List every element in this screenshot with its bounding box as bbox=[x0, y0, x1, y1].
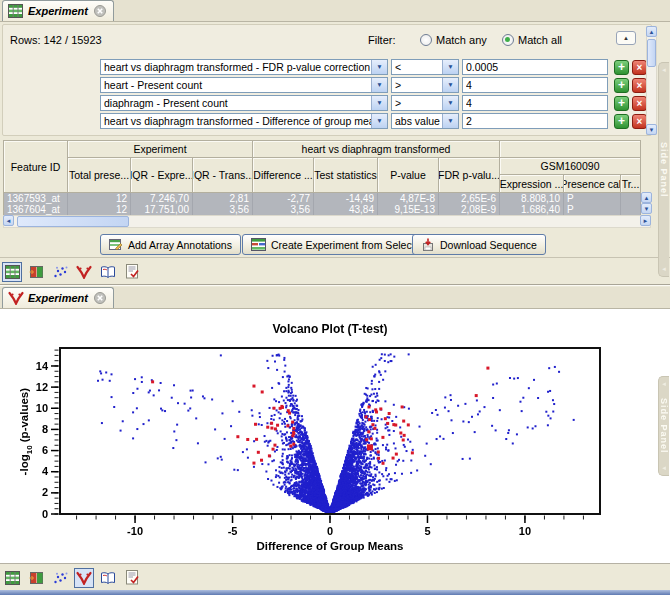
table-cell[interactable]: -2,77 bbox=[253, 193, 314, 204]
table-cell[interactable]: -14,49 bbox=[314, 193, 378, 204]
side-panel-tab[interactable]: ◄ Side Panel ◄ bbox=[658, 62, 669, 277]
column-header[interactable]: Presence call bbox=[564, 175, 621, 193]
filter-field-select[interactable]: diaphragm - Present count▼ bbox=[100, 95, 388, 111]
table-vscrollbar[interactable]: ▲ ▼ bbox=[641, 192, 652, 215]
table-cell[interactable]: 43,84 bbox=[314, 204, 378, 215]
table-cell[interactable]: 1367593_at bbox=[4, 193, 68, 204]
close-icon[interactable] bbox=[94, 292, 106, 304]
table-cell[interactable] bbox=[621, 204, 641, 215]
documentation-view-icon[interactable] bbox=[98, 568, 118, 588]
experiment-view-icon[interactable] bbox=[26, 568, 46, 588]
tab-label: Experiment bbox=[28, 292, 88, 304]
volcano-plot-canvas[interactable] bbox=[0, 309, 670, 563]
table-view-icon[interactable] bbox=[2, 262, 22, 282]
side-panel-tab[interactable]: ◄ Side Panel ◄ bbox=[658, 376, 669, 476]
volcano-view-icon[interactable] bbox=[74, 262, 94, 282]
filter-operator-select[interactable]: <▼ bbox=[391, 59, 459, 75]
add-filter-button[interactable]: + bbox=[614, 60, 629, 75]
filter-value-input[interactable] bbox=[462, 77, 608, 93]
table-cell[interactable]: 1.686,40 bbox=[500, 204, 564, 215]
column-header[interactable]: P-value bbox=[378, 158, 439, 193]
filter-value-input[interactable] bbox=[462, 59, 608, 75]
add-filter-button[interactable]: + bbox=[614, 96, 629, 111]
table-cell[interactable]: 2,08E-9 bbox=[439, 204, 500, 215]
dropdown-arrow-icon[interactable]: ▼ bbox=[442, 78, 458, 92]
scrollbar-up-icon[interactable]: ▲ bbox=[646, 26, 657, 37]
table-cell[interactable]: 7.246,70 bbox=[131, 193, 193, 204]
documentation-view-icon[interactable] bbox=[98, 262, 118, 282]
column-header[interactable]: Test statistics bbox=[314, 158, 378, 193]
table-cell[interactable]: 17.751,00 bbox=[131, 204, 193, 215]
dropdown-arrow-icon[interactable]: ▼ bbox=[371, 60, 387, 74]
table-cell[interactable]: 8.808,10 bbox=[500, 193, 564, 204]
filter-operator-select[interactable]: abs value >▼ bbox=[391, 113, 459, 129]
filter-operator-select[interactable]: >▼ bbox=[391, 95, 459, 111]
table-cell[interactable]: P bbox=[564, 204, 621, 215]
tab-experiment-volcano[interactable]: Experiment bbox=[2, 287, 114, 308]
table-cell[interactable]: 2,81 bbox=[193, 193, 253, 204]
tab-experiment-table[interactable]: Experiment bbox=[2, 0, 114, 21]
remove-filter-button[interactable]: × bbox=[632, 78, 647, 93]
dropdown-arrow-icon[interactable]: ▼ bbox=[371, 114, 387, 128]
remove-filter-button[interactable]: × bbox=[632, 96, 647, 111]
filter-field-select[interactable]: heart vs diaphragm transformed - FDR p-v… bbox=[100, 59, 388, 75]
column-header[interactable]: Tr... bbox=[621, 175, 641, 193]
column-header[interactable]: Difference ... bbox=[253, 158, 314, 193]
column-header[interactable]: FDR p-valu... bbox=[439, 158, 500, 193]
scrollbar-down-icon[interactable]: ▼ bbox=[646, 124, 657, 135]
scrollbar-right-icon[interactable]: ► bbox=[640, 215, 651, 226]
table-cell[interactable] bbox=[621, 193, 641, 204]
filter-operator-select[interactable]: >▼ bbox=[391, 77, 459, 93]
column-header[interactable]: IQR - Expre... bbox=[131, 158, 193, 193]
add-filter-button[interactable]: + bbox=[614, 78, 629, 93]
scatter-view-icon[interactable] bbox=[50, 262, 70, 282]
table-cell[interactable]: 3,56 bbox=[253, 204, 314, 215]
table-cell[interactable]: 4,87E-8 bbox=[378, 193, 439, 204]
rows-count-label: Rows: 142 / 15923 bbox=[10, 33, 102, 47]
match-any-radio[interactable] bbox=[420, 34, 432, 46]
scrollbar-up-icon[interactable]: ▲ bbox=[641, 192, 652, 203]
column-header[interactable]: IQR - Trans... bbox=[193, 158, 253, 193]
table-cell[interactable]: 12 bbox=[68, 204, 131, 215]
scrollbar-thumb[interactable] bbox=[17, 216, 129, 227]
table-hscrollbar[interactable]: ◄ ► bbox=[3, 215, 651, 228]
filter-field-select[interactable]: heart vs diaphragm transformed - Differe… bbox=[100, 113, 388, 129]
filter-value-input[interactable] bbox=[462, 95, 608, 111]
table-cell[interactable]: 12 bbox=[68, 193, 131, 204]
filter-value-input[interactable] bbox=[462, 113, 608, 129]
table-cell[interactable]: 3,56 bbox=[193, 204, 253, 215]
experiment-table[interactable]: Feature IDExperimentTotal prese...IQR - … bbox=[3, 140, 641, 216]
scatter-view-icon[interactable] bbox=[50, 568, 70, 588]
dropdown-arrow-icon[interactable]: ▼ bbox=[371, 96, 387, 110]
remove-filter-button[interactable]: × bbox=[632, 114, 647, 129]
report-view-icon[interactable] bbox=[122, 261, 142, 281]
dropdown-arrow-icon[interactable]: ▼ bbox=[442, 114, 458, 128]
create-experiment-from-selection-button[interactable]: Create Experiment from Selection bbox=[242, 234, 438, 255]
collapse-filter-button[interactable]: ▲ bbox=[616, 31, 636, 45]
table-cell[interactable]: 2,65E-6 bbox=[439, 193, 500, 204]
experiment-view-icon[interactable] bbox=[26, 262, 46, 282]
remove-filter-button[interactable]: × bbox=[632, 60, 647, 75]
dropdown-arrow-icon[interactable]: ▼ bbox=[371, 78, 387, 92]
report-view-icon[interactable] bbox=[122, 567, 142, 587]
column-header[interactable]: Expression ... bbox=[500, 175, 564, 193]
table-view-icon[interactable] bbox=[2, 568, 22, 588]
scrollbar-down-icon[interactable]: ▼ bbox=[641, 203, 652, 214]
column-header-feature-id[interactable]: Feature ID bbox=[4, 141, 68, 193]
table-cell[interactable]: P bbox=[564, 193, 621, 204]
scrollbar-left-icon[interactable]: ◄ bbox=[3, 215, 14, 226]
dropdown-arrow-icon[interactable]: ▼ bbox=[442, 60, 458, 74]
table-cell[interactable]: 9,15E-13 bbox=[378, 204, 439, 215]
column-header[interactable]: Total prese... bbox=[68, 158, 131, 193]
filter-field-select[interactable]: heart - Present count▼ bbox=[100, 77, 388, 93]
match-all-radio[interactable] bbox=[502, 34, 514, 46]
scrollbar-thumb[interactable] bbox=[647, 39, 656, 67]
download-sequence-button[interactable]: Download Sequence bbox=[412, 234, 546, 255]
dropdown-arrow-icon[interactable]: ▼ bbox=[442, 96, 458, 110]
add-array-annotations-button[interactable]: Add Array Annotations bbox=[100, 234, 241, 255]
add-filter-button[interactable]: + bbox=[614, 114, 629, 129]
volcano-view-icon[interactable] bbox=[74, 568, 94, 588]
close-icon[interactable] bbox=[94, 5, 106, 17]
filter-scrollbar[interactable]: ▲ ▼ bbox=[646, 26, 657, 135]
table-cell[interactable]: 1367604_at bbox=[4, 204, 68, 215]
